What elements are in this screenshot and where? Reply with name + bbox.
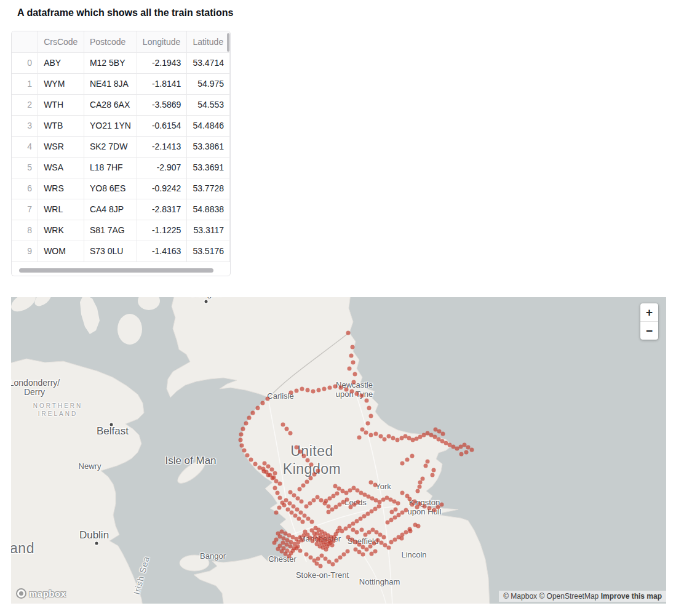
station-dot: [298, 549, 303, 553]
latitude-cell[interactable]: 54.8838: [187, 199, 230, 220]
postcode-cell[interactable]: YO8 6ES: [84, 178, 137, 199]
longitude-cell[interactable]: -2.1943: [137, 52, 187, 73]
latitude-cell[interactable]: 54.553: [187, 94, 230, 115]
station-dot: [285, 427, 289, 431]
station-dot: [327, 505, 331, 509]
station-dot: [390, 510, 394, 514]
latitude-cell[interactable]: 53.5176: [187, 241, 230, 262]
table-row[interactable]: 5WSAL18 7HF-2.90753.3691: [12, 157, 230, 178]
crscode-cell[interactable]: WYM: [38, 73, 84, 94]
row-index-cell[interactable]: 2: [12, 94, 38, 115]
map-label-glasgow: Glasgow: [189, 297, 223, 298]
station-dot: [241, 427, 245, 431]
longitude-cell[interactable]: -0.9242: [137, 178, 187, 199]
stations-map[interactable]: GlasgowLondonderry/DerryNORTHERNIRELANDB…: [11, 297, 666, 604]
longitude-cell[interactable]: -1.8141: [137, 73, 187, 94]
longitude-cell[interactable]: -1.1225: [137, 220, 187, 241]
zoom-in-button[interactable]: +: [640, 303, 658, 321]
longitude-cell[interactable]: -3.5869: [137, 94, 187, 115]
postcode-cell[interactable]: S73 0LU: [84, 241, 137, 262]
column-header-longitude[interactable]: Longitude: [137, 31, 187, 52]
station-dot: [431, 473, 435, 477]
osm-attribution-link[interactable]: © OpenStreetMap: [539, 592, 599, 601]
postcode-cell[interactable]: NE41 8JA: [84, 73, 137, 94]
longitude-cell[interactable]: -0.6154: [137, 115, 187, 136]
crscode-cell[interactable]: WRL: [38, 199, 84, 220]
postcode-cell[interactable]: L18 7HF: [84, 157, 137, 178]
station-dot: [344, 527, 348, 531]
row-index-cell[interactable]: 5: [12, 157, 38, 178]
station-dot: [298, 450, 303, 454]
map-label-isle-of-man: Isle of Man: [165, 455, 216, 467]
zoom-out-button[interactable]: −: [640, 321, 658, 340]
crscode-cell[interactable]: WRK: [38, 220, 84, 241]
station-dot: [426, 460, 430, 464]
station-dot: [394, 508, 398, 512]
crscode-cell[interactable]: WOM: [38, 241, 84, 262]
latitude-cell[interactable]: 53.3861: [187, 136, 230, 157]
station-dot: [432, 508, 437, 513]
station-dot: [360, 394, 364, 398]
table-row[interactable]: 6WRSYO8 6ES-0.924253.7728: [12, 178, 230, 199]
table-row[interactable]: 7WRLCA4 8JP-2.831754.8838: [12, 199, 230, 220]
row-index-cell[interactable]: 6: [12, 178, 38, 199]
station-dot: [295, 546, 299, 551]
mapbox-logo[interactable]: mapbox: [16, 588, 66, 599]
table-row[interactable]: 4WSRSK2 7DW-2.141353.3861: [12, 136, 230, 157]
postcode-cell[interactable]: S81 7AG: [84, 220, 137, 241]
crscode-cell[interactable]: WSR: [38, 136, 84, 157]
table-header-row: CrsCode Postcode Longitude Latitude: [12, 31, 230, 52]
row-index-cell[interactable]: 8: [12, 220, 38, 241]
row-index-cell[interactable]: 7: [12, 199, 38, 220]
table-row[interactable]: 2WTHCA28 6AX-3.586954.553: [12, 94, 230, 115]
improve-map-link[interactable]: Improve this map: [601, 592, 662, 601]
station-dot: [298, 487, 302, 492]
latitude-cell[interactable]: 53.3691: [187, 157, 230, 178]
table-vertical-scrollbar[interactable]: [227, 33, 229, 52]
latitude-cell[interactable]: 53.4714: [187, 52, 230, 73]
table-row[interactable]: 0ABYM12 5BY-2.194353.4714: [12, 52, 230, 73]
longitude-cell[interactable]: -1.4163: [137, 241, 187, 262]
table-row[interactable]: 1WYMNE41 8JA-1.814154.975: [12, 73, 230, 94]
row-index-cell[interactable]: 3: [12, 115, 38, 136]
postcode-cell[interactable]: SK2 7DW: [84, 136, 137, 157]
table-horizontal-scrollbar[interactable]: [19, 268, 213, 273]
table-row[interactable]: 8WRKS81 7AG-1.122553.3117: [12, 220, 230, 241]
row-index-cell[interactable]: 1: [12, 73, 38, 94]
map-label-northern: NORTHERN: [33, 402, 82, 409]
stations-dataframe[interactable]: CrsCode Postcode Longitude Latitude 0ABY…: [11, 31, 231, 276]
station-dot: [282, 503, 287, 508]
station-dot: [261, 401, 265, 405]
station-dot: [355, 530, 359, 535]
table-row[interactable]: 3WTBYO21 1YN-0.615454.4846: [12, 115, 230, 136]
row-index-cell[interactable]: 4: [12, 136, 38, 157]
latitude-cell[interactable]: 53.3117: [187, 220, 230, 241]
postcode-cell[interactable]: CA4 8JP: [84, 199, 137, 220]
postcode-cell[interactable]: M12 5BY: [84, 52, 137, 73]
latitude-cell[interactable]: 54.975: [187, 73, 230, 94]
longitude-cell[interactable]: -2.8317: [137, 199, 187, 220]
column-header-latitude[interactable]: Latitude: [187, 31, 230, 52]
latitude-cell[interactable]: 53.7728: [187, 178, 230, 199]
crscode-cell[interactable]: WSA: [38, 157, 84, 178]
column-header-crscode[interactable]: CrsCode: [38, 31, 84, 52]
table-row[interactable]: 9WOMS73 0LU-1.416353.5176: [12, 241, 230, 262]
crscode-cell[interactable]: WTH: [38, 94, 84, 115]
latitude-cell[interactable]: 54.4846: [187, 115, 230, 136]
crscode-cell[interactable]: ABY: [38, 52, 84, 73]
column-header-postcode[interactable]: Postcode: [84, 31, 137, 52]
crscode-cell[interactable]: WRS: [38, 178, 84, 199]
longitude-cell[interactable]: -2.1413: [137, 136, 187, 157]
station-dot: [338, 526, 342, 530]
postcode-cell[interactable]: CA28 6AX: [84, 94, 137, 115]
longitude-cell[interactable]: -2.907: [137, 157, 187, 178]
station-dot: [361, 553, 365, 557]
row-index-cell[interactable]: 0: [12, 52, 38, 73]
column-header-index[interactable]: [12, 31, 38, 52]
station-dot: [400, 461, 405, 466]
mapbox-attribution-link[interactable]: © Mapbox: [503, 592, 537, 601]
row-index-cell[interactable]: 9: [12, 241, 38, 262]
station-dot: [383, 437, 387, 442]
postcode-cell[interactable]: YO21 1YN: [84, 115, 137, 136]
crscode-cell[interactable]: WTB: [38, 115, 84, 136]
